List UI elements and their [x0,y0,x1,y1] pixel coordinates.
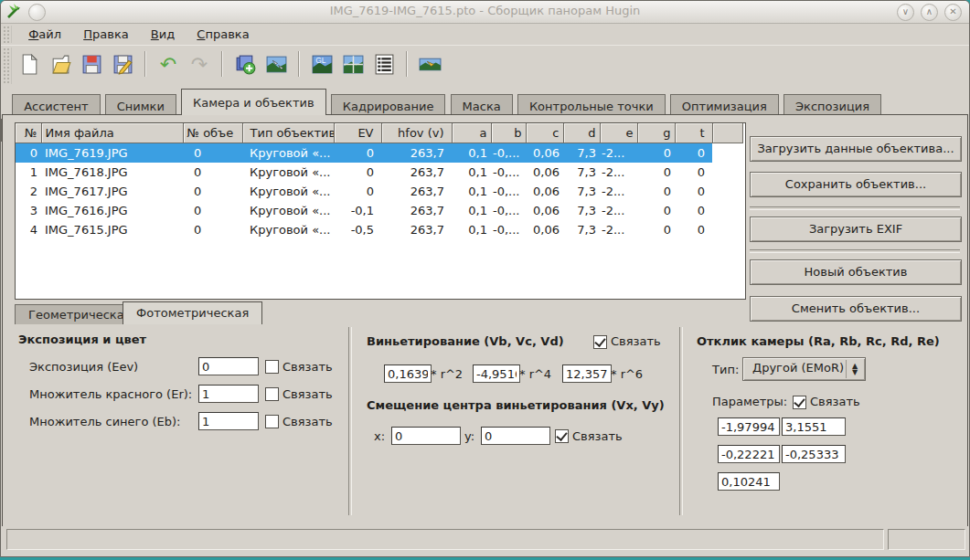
camera-lens-panel: № Имя файла № объе Тип объектив EV hfov … [2,114,968,530]
vc-factor-label: * r^4 [519,367,551,381]
close-icon[interactable]: ✕ [944,4,962,21]
vc-input[interactable] [473,365,520,383]
menu-help[interactable]: Справка [187,25,258,44]
spinner-icon[interactable]: ▲▼ [846,360,863,378]
add-images-icon[interactable] [230,49,260,79]
menu-file[interactable]: Файл [19,25,70,44]
panel-title: Отклик камеры (Ra, Rb, Rc, Rd, Re) [697,334,940,348]
er-label: Множитель красного (Er): [29,387,192,401]
re-input[interactable] [718,472,780,491]
col-filename[interactable]: Имя файла [41,123,183,143]
er-input[interactable] [198,385,259,403]
rb-input[interactable] [782,417,846,436]
table-row[interactable]: 2IMG_7617.JPG0Круговой «...0263,70,1-0,.… [16,182,743,201]
col-lens-type[interactable]: Тип объектив [242,123,334,143]
col-hfov[interactable]: hfov (v) [381,123,452,143]
rc-input[interactable] [718,445,780,463]
status-info-pane [888,529,965,550]
er-link-checkbox[interactable] [265,387,279,401]
status-bar [1,526,969,552]
load-lens-data-button[interactable]: Загрузить данные объектива... [750,136,962,162]
response-type-select[interactable]: Другой (EMoR) ▲▼ [742,357,866,381]
fast-preview-icon[interactable] [338,49,368,79]
toolbar-separator [221,51,223,77]
status-message-pane [6,529,884,550]
vignetting-center-link-label: Связать [572,429,623,443]
col-b[interactable]: b [491,123,526,143]
vy-input[interactable] [481,427,550,445]
undo-icon[interactable]: ↶ [154,49,183,79]
toolbar-grip-handle[interactable] [3,48,12,84]
button-separator [750,206,960,210]
panel-title: Экспозиция и цвет [18,333,146,346]
open-project-icon[interactable] [46,49,75,79]
vy-label: y: [464,429,474,443]
menubar-grip-handle[interactable] [3,26,12,43]
eb-link-checkbox[interactable] [265,415,279,428]
menu-edit[interactable]: Правка [74,25,137,44]
col-lens-number[interactable]: № объе [183,123,242,143]
er-link-label: Связать [282,387,333,401]
col-number[interactable]: № [16,123,41,143]
panel-title: Смещение центра виньетирования (Vx, Vy) [367,398,665,412]
redo-icon[interactable]: ↷ [185,49,214,79]
subtab-photometric[interactable]: Фотометрическая [123,301,262,324]
eev-link-checkbox[interactable] [265,360,279,374]
title-bar[interactable]: IMG_7619-IMG_7615.pto - Сборщик панорам … [1,1,969,24]
main-tab-bar: Ассистент Снимки Камера и объектив Кадри… [1,89,969,115]
new-project-icon[interactable] [15,49,44,79]
hugin-main-window: IMG_7619-IMG_7615.pto - Сборщик панорам … [0,0,970,557]
col-e[interactable]: e [600,123,637,143]
toolbar: ↶ ↷ GL [1,45,969,86]
col-g[interactable]: g [637,123,675,143]
toolbar-separator [144,51,146,77]
eev-link-label: Связать [282,360,333,374]
save-project-as-icon[interactable] [108,49,137,79]
tab-camera-and-lens[interactable]: Камера и объектив [181,89,326,115]
preview-panorama-icon[interactable] [415,49,444,79]
col-a[interactable]: a [452,123,491,143]
change-lens-button[interactable]: Сменить объектив... [750,296,962,322]
col-d[interactable]: d [563,123,600,143]
table-row[interactable]: 0IMG_7619.JPG0Круговой «...0263,70,1-0,.… [16,143,743,164]
ra-input[interactable] [718,417,780,436]
menu-bar: Файл Правка Вид Справка [1,24,969,45]
table-row[interactable]: 3IMG_7616.JPG0Круговой «...-0,1263,70,1-… [16,201,743,220]
vd-input[interactable] [562,365,612,383]
add-time-series-icon[interactable] [261,49,291,79]
minimize-icon[interactable]: ∨ [897,4,914,21]
vignetting-link-checkbox[interactable] [593,335,607,349]
table-row[interactable]: 4IMG_7615.JPG0Круговой «...-0,5263,70,1-… [16,220,743,239]
response-type-label: Тип: [712,363,739,376]
col-c[interactable]: c [526,123,563,143]
col-t[interactable]: t [675,123,712,143]
menu-view[interactable]: Вид [142,25,184,44]
vignetting-link-label: Связать [611,334,661,348]
col-ev[interactable]: EV [334,123,381,143]
table-row[interactable]: 1IMG_7618.JPG0Круговой «...0263,70,1-0,.… [16,163,743,182]
save-lens-button[interactable]: Сохранить объектив... [750,172,962,197]
rd-input[interactable] [782,445,846,463]
vb-factor-label: * r^2 [431,367,463,381]
col-blank [712,123,743,143]
response-type-value: Другой (EMoR) [752,361,844,375]
load-exif-button[interactable]: Загрузить EXIF [750,217,962,242]
eb-label: Множитель синего (Eb): [29,415,181,428]
eev-label: Экспозиция (Eev) [29,360,138,374]
params-link-checkbox[interactable] [793,396,806,409]
toolbar-separator [406,51,408,77]
vx-input[interactable] [391,427,461,445]
eb-input[interactable] [198,412,259,430]
vignetting-center-link-checkbox[interactable] [555,429,569,443]
eev-input[interactable] [198,357,259,375]
params-label: Параметры: [712,395,787,408]
vb-input[interactable] [384,365,432,383]
new-lens-button[interactable]: Новый объектив [750,259,962,285]
save-project-icon[interactable] [77,49,106,79]
control-point-table-icon[interactable] [369,49,399,79]
button-separator [750,249,960,253]
maximize-icon[interactable]: ∧ [921,4,938,21]
panel-divider [348,327,352,515]
eb-link-label: Связать [282,415,333,428]
gl-preview-icon[interactable]: GL [307,49,336,79]
